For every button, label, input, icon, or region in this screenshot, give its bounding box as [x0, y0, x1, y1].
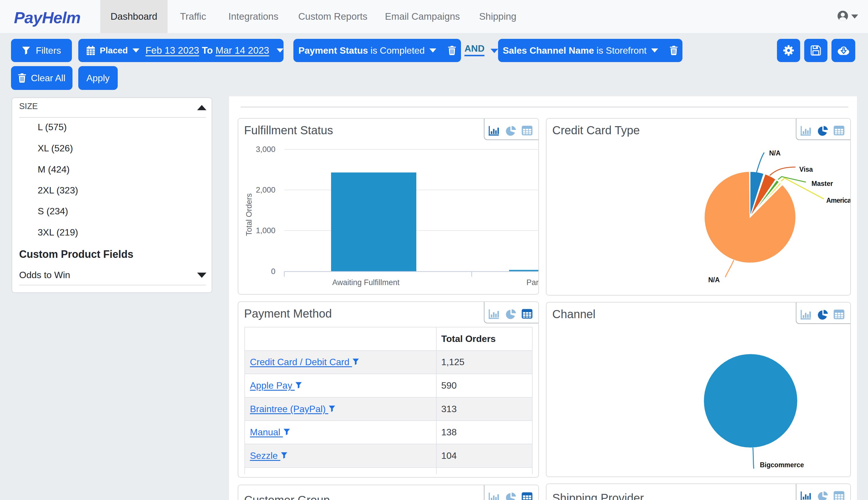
- svg-text:0: 0: [271, 267, 275, 276]
- svg-text:Partially Fulfilled: Partially Fulfilled: [526, 278, 539, 287]
- svg-text:Total Orders: Total Orders: [245, 193, 253, 236]
- svg-text:3,000: 3,000: [256, 145, 275, 154]
- svg-text:Awaiting Fulfillment: Awaiting Fulfillment: [332, 278, 400, 287]
- svg-text:2,000: 2,000: [256, 186, 275, 194]
- svg-text:1,000: 1,000: [256, 226, 275, 235]
